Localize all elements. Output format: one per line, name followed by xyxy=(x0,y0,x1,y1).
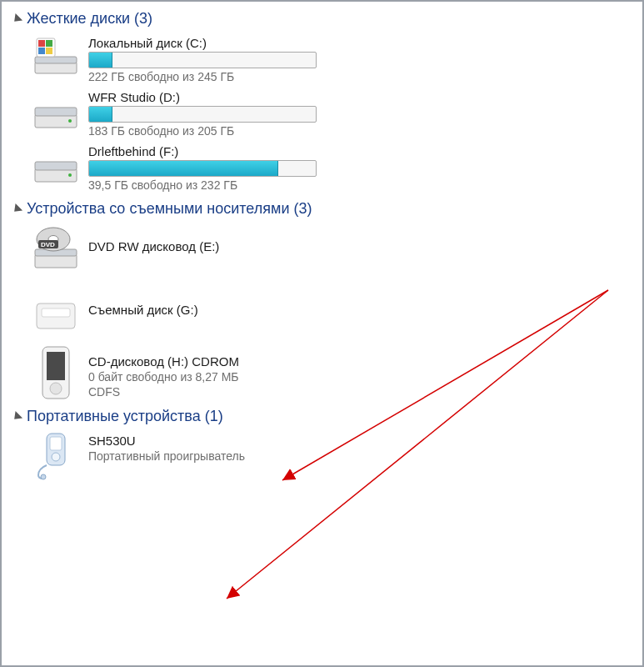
drive-info: DVD RW дисковод (E:) xyxy=(88,226,219,255)
drive-name: Drleftbehind (F:) xyxy=(88,144,317,158)
drive-filesystem: CDFS xyxy=(88,385,239,399)
svg-rect-3 xyxy=(38,40,45,47)
capacity-bar xyxy=(88,52,317,68)
drive-info: WFR Studio (D:) 183 ГБ свободно из 205 Г… xyxy=(88,87,317,138)
drive-status: 39,5 ГБ свободно из 232 ГБ xyxy=(88,178,317,192)
drive-status: 183 ГБ свободно из 205 ГБ xyxy=(88,124,317,138)
section-portable[interactable]: Портативные устройства (1) xyxy=(13,408,642,425)
device-name: SH530U xyxy=(88,434,245,448)
drive-status: 222 ГБ свободно из 245 ГБ xyxy=(88,70,317,83)
collapse-arrow-icon xyxy=(11,13,22,24)
section-title: Устройства со съемными носителями (3) xyxy=(27,200,312,218)
svg-rect-8 xyxy=(35,108,77,116)
svg-rect-11 xyxy=(35,162,77,170)
drive-item[interactable]: CD-дисковод (H:) CDROM 0 байт свободно и… xyxy=(30,351,642,399)
hdd-system-icon xyxy=(30,33,82,81)
portable-player-icon xyxy=(30,430,82,479)
capacity-bar xyxy=(88,160,317,177)
drive-name: Съемный диск (G:) xyxy=(88,303,198,317)
svg-rect-20 xyxy=(42,308,70,317)
collapse-arrow-icon xyxy=(11,203,22,214)
drive-name: WFR Studio (D:) xyxy=(88,90,317,104)
collapse-arrow-icon xyxy=(11,410,22,422)
section-removable[interactable]: Устройства со съемными носителями (3) xyxy=(13,200,642,218)
device-type: Портативный проигрыватель xyxy=(88,449,245,463)
drive-item[interactable]: Локальный диск (C:) 222 ГБ свободно из 2… xyxy=(30,33,642,83)
drive-info: CD-дисковод (H:) CDROM 0 байт свободно и… xyxy=(88,351,239,399)
drive-name: Локальный диск (C:) xyxy=(88,36,317,50)
section-title: Жесткие диски (3) xyxy=(27,10,152,28)
drive-name: CD-дисковод (H:) CDROM xyxy=(88,354,239,369)
svg-rect-22 xyxy=(47,352,65,380)
hdd-icon xyxy=(30,141,82,189)
section-title: Портативные устройства (1) xyxy=(27,408,223,425)
svg-rect-4 xyxy=(46,40,52,47)
drive-name: DVD RW дисковод (E:) xyxy=(88,239,219,253)
media-player-icon xyxy=(30,351,82,399)
explorer-view: { "sections":[ {"title":"Жесткие диски (… xyxy=(0,0,644,667)
svg-text:DVD: DVD xyxy=(41,241,55,248)
drive-item[interactable]: DVD DVD RW дисковод (E:) xyxy=(30,226,642,274)
svg-point-26 xyxy=(52,453,60,461)
dvd-drive-icon: DVD xyxy=(30,226,82,274)
drive-item[interactable]: WFR Studio (D:) 183 ГБ свободно из 205 Г… xyxy=(30,87,642,138)
svg-point-27 xyxy=(41,474,46,479)
svg-point-23 xyxy=(50,383,62,394)
svg-rect-6 xyxy=(46,48,52,54)
removable-drive-icon xyxy=(30,291,82,339)
svg-rect-5 xyxy=(38,48,45,54)
capacity-bar xyxy=(88,106,317,123)
drive-info: Локальный диск (C:) 222 ГБ свободно из 2… xyxy=(88,33,317,83)
section-hard-drives[interactable]: Жесткие диски (3) xyxy=(13,10,642,28)
svg-rect-25 xyxy=(50,437,62,450)
drive-item[interactable]: Съемный диск (G:) xyxy=(30,291,642,339)
svg-point-12 xyxy=(68,173,72,177)
drive-info: Съемный диск (G:) xyxy=(88,291,198,318)
drive-item[interactable]: Drleftbehind (F:) 39,5 ГБ свободно из 23… xyxy=(30,141,642,192)
drive-status: 0 байт свободно из 8,27 МБ xyxy=(88,370,239,384)
drive-info: Drleftbehind (F:) 39,5 ГБ свободно из 23… xyxy=(88,141,317,192)
svg-rect-1 xyxy=(35,57,77,63)
device-info: SH530U Портативный проигрыватель xyxy=(88,430,245,463)
portable-device-item[interactable]: SH530U Портативный проигрыватель xyxy=(30,430,642,479)
hdd-icon xyxy=(30,87,82,135)
svg-point-9 xyxy=(68,119,72,123)
